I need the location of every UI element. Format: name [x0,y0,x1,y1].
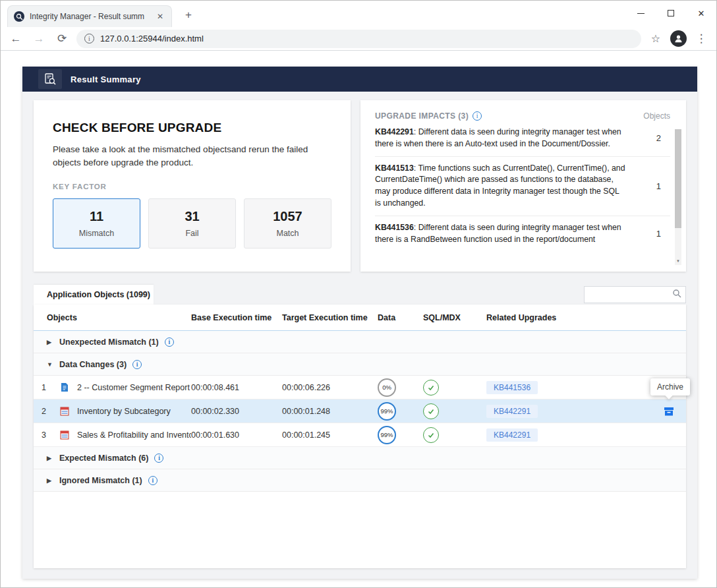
address-bar[interactable]: i 127.0.0.1:25944/index.html [76,30,641,48]
section-ignored-mismatch[interactable]: ▶ Ignored Mismatch (1) i [34,469,686,492]
table-header-row: Objects Base Execution time Target Execu… [34,305,686,331]
sql-match-check-icon [423,427,439,443]
profile-avatar[interactable] [670,30,687,47]
forward-icon[interactable]: → [30,30,47,47]
window-controls: ✕ [625,1,716,26]
refresh-icon[interactable]: ⟳ [53,30,71,47]
chevron-right-icon[interactable]: ▶ [47,477,53,484]
stat-value: 11 [90,209,103,224]
browser-tab-strip: Integrity Manager - Result summ ✕ + ✕ [1,1,716,27]
impact-item: KB441513: Time functions such as Current… [375,157,670,216]
info-icon[interactable]: i [165,338,174,347]
chevron-down-icon[interactable]: ▼ [47,361,53,368]
scroll-down-icon[interactable]: ▼ [675,257,681,265]
check-before-upgrade-card: CHECK BEFORE UPGRADE Please take a look … [34,100,351,272]
stat-mismatch[interactable]: 11 Mismatch [53,198,140,249]
minimize-button[interactable] [625,1,656,26]
maximize-button[interactable] [656,1,686,26]
info-icon[interactable]: i [154,454,163,463]
tab-application-objects[interactable]: Application Objects (1099) [34,285,154,305]
application-objects-panel: Application Objects (1099) Objects Base … [34,285,686,568]
favicon-icon [14,11,24,22]
back-icon[interactable]: ← [7,30,24,47]
scrollbar-thumb[interactable] [675,129,681,228]
sql-match-check-icon [423,380,439,396]
info-icon[interactable]: i [473,111,482,121]
kb-link[interactable]: KB442291 [486,428,538,442]
table-row[interactable]: 3 Sales & Profitability and Inventory 00… [34,423,686,447]
report-grid-icon [60,430,77,440]
chevron-right-icon[interactable]: ▶ [47,339,53,345]
search-input[interactable] [590,290,672,299]
impact-object-count: 2 [656,133,661,143]
row-index: 1 [34,383,60,392]
table-search-box[interactable] [584,286,686,303]
object-name: 2 -- Customer Segment Report (C [77,383,191,392]
app-header: Result Summary [22,67,697,92]
kb-link[interactable]: KB441536 [486,381,538,394]
column-base-execution-time: Base Execution time [191,313,282,322]
table-tab-bar: Application Objects (1099) [34,285,686,305]
search-icon[interactable] [672,289,681,301]
kb-number: KB442291 [375,127,414,136]
data-match-percent-badge[interactable]: 99% [378,402,396,421]
chevron-right-icon[interactable]: ▶ [47,455,53,461]
impacts-title: UPGRADE IMPACTS (3) [375,111,469,121]
stat-fail[interactable]: 31 Fail [148,198,236,249]
target-execution-time: 00:00:06.226 [282,383,378,392]
report-grid-icon [60,407,77,416]
table-row-selected[interactable]: 2 Inventory by Subcategory 00:00:02.330 … [34,399,686,423]
impacts-header: UPGRADE IMPACTS (3) i Objects [375,111,686,121]
stat-value: 1057 [273,209,302,224]
column-related-upgrades: Related Upgrades [486,313,686,322]
minimize-icon [637,13,645,14]
browser-toolbar: ← → ⟳ i 127.0.0.1:25944/index.html ☆ ⋮ [1,27,716,51]
table-row[interactable]: 1 2 -- Customer Segment Report (C 00:00:… [34,376,686,399]
info-icon[interactable]: i [132,360,142,369]
browser-menu-icon[interactable]: ⋮ [693,30,710,47]
kb-link[interactable]: KB442291 [486,405,538,418]
impact-item: KB442291: Different data is seen during … [375,121,670,157]
browser-tab[interactable]: Integrity Manager - Result summ ✕ [7,5,172,27]
object-name: Sales & Profitability and Inventory [77,430,191,440]
browser-window: { "browser": { "tab_title": "Integrity M… [0,0,717,588]
target-execution-time: 00:00:01.245 [282,430,378,440]
section-label: Data Changes (3) [59,360,127,369]
impacts-list: KB442291: Different data is seen during … [375,121,686,252]
info-icon[interactable]: i [148,476,158,485]
tab-close-icon[interactable]: ✕ [155,12,165,21]
section-data-changes[interactable]: ▼ Data Changes (3) i [34,353,686,376]
stat-value: 31 [185,209,199,224]
url-text[interactable]: 127.0.0.1:25944/index.html [100,34,204,44]
maximize-icon [668,10,674,16]
objects-column-label: Objects [643,111,670,121]
data-match-percent-badge[interactable]: 0% [378,378,396,397]
target-execution-time: 00:00:01.248 [282,407,378,416]
base-execution-time: 00:00:01.630 [191,430,282,440]
stat-match[interactable]: 1057 Match [244,198,331,249]
stat-label: Fail [185,229,198,238]
archive-icon[interactable] [664,406,674,417]
bookmark-star-icon[interactable]: ☆ [647,30,664,47]
new-tab-button[interactable]: + [180,7,197,23]
integrity-manager-app: Result Summary CHECK BEFORE UPGRADE Plea… [22,67,697,579]
row-index: 3 [34,430,60,440]
impact-object-count: 1 [656,229,661,239]
stat-label: Mismatch [79,229,114,238]
impact-object-count: 1 [656,181,661,191]
section-expected-mismatch[interactable]: ▶ Expected Mismatch (6) i [34,447,686,469]
impact-text: KB441513: Time functions such as Current… [375,163,625,210]
section-unexpected-mismatch[interactable]: ▶ Unexpected Mismatch (1) i [34,331,686,353]
scrollbar[interactable]: ▼ [675,129,681,265]
archive-tooltip: Archive [650,378,690,396]
result-summary-icon [38,69,62,89]
data-match-percent-badge[interactable]: 99% [378,426,396,444]
close-button[interactable]: ✕ [686,1,716,26]
page-info-icon[interactable]: i [84,34,94,44]
document-icon [60,382,77,392]
kb-number: KB441536 [375,223,414,232]
object-name: Inventory by Subcategory [77,407,191,416]
stat-label: Match [276,229,299,238]
row-index: 2 [34,407,60,416]
section-label: Unexpected Mismatch (1) [59,338,159,347]
